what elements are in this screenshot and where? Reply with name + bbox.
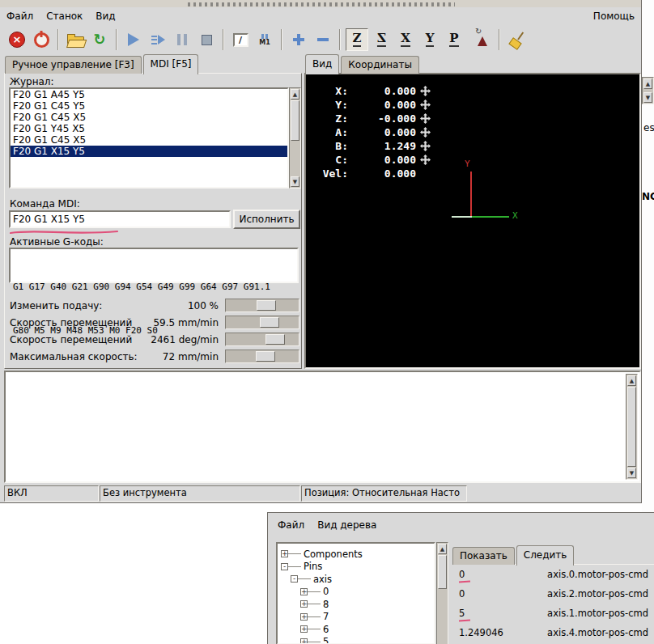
tree-expander[interactable]: +: [300, 600, 308, 608]
toolbar-separator: [499, 29, 500, 50]
scrollbar-up-icon[interactable]: ▲: [438, 544, 447, 554]
watch-pin-name: axis.0.motor-pos-cmd: [504, 569, 648, 580]
hal-tab-bar: Показать Следить: [452, 545, 575, 565]
menu-item[interactable]: Вид: [96, 11, 115, 22]
open-folder-icon: [67, 36, 84, 48]
menu-item[interactable]: Файл: [6, 11, 33, 22]
background-scrollbar: ▲ ▼: [642, 77, 654, 104]
preview-canvas[interactable]: X:0.000Y:0.000Z:-0.000A:0.000B:1.249C:0.…: [304, 73, 641, 369]
slider-value: 72 mm/min: [163, 351, 219, 362]
menu-item[interactable]: Вид дерева: [317, 519, 376, 531]
optional-stop-toggle[interactable]: M1: [253, 28, 276, 51]
optional-stop-label: M1: [259, 40, 270, 46]
clear-plot-button[interactable]: [505, 28, 528, 51]
message-scrollbar[interactable]: ▲ ▼: [626, 374, 638, 480]
axis-jog-icon: [420, 113, 431, 124]
slider-row: Скорость перемещений2461 deg/min: [5, 332, 301, 348]
stop-button[interactable]: [195, 28, 218, 51]
tree-expander[interactable]: +: [281, 550, 288, 557]
tree-connector: [308, 629, 321, 629]
tab-mdi[interactable]: MDI [F5]: [143, 54, 199, 74]
dro-axis-label: C:: [316, 154, 348, 166]
axis-x-label: X: [512, 210, 518, 221]
message-area[interactable]: ▲ ▼: [4, 371, 641, 483]
hal-tree-scrollbar[interactable]: ▲: [436, 542, 448, 644]
menu-item[interactable]: Файл: [278, 519, 304, 531]
scrollbar-down-icon[interactable]: ▼: [627, 468, 636, 478]
tree-row[interactable]: +5: [278, 636, 434, 644]
view-y-button[interactable]: Y: [418, 28, 441, 51]
slider-trough[interactable]: [225, 299, 299, 312]
menu-help[interactable]: Помощь: [593, 11, 635, 22]
view-x-button[interactable]: X: [394, 28, 417, 51]
dro-axis-label: Y:: [316, 99, 348, 111]
sliders: Изменить подачу:100 %Скорость перемещени…: [5, 74, 301, 368]
slider-trough[interactable]: [225, 316, 299, 329]
scrollbar-up-icon[interactable]: ▲: [627, 375, 636, 386]
tree-expander[interactable]: -: [281, 563, 288, 570]
estop-button[interactable]: ×: [6, 28, 28, 51]
slider-handle[interactable]: [257, 300, 276, 311]
zoom-in-button[interactable]: [287, 28, 310, 51]
pause-icon: [177, 34, 187, 45]
tree-expander[interactable]: +: [300, 638, 308, 644]
block-delete-toggle[interactable]: /: [229, 28, 252, 51]
open-file-button[interactable]: [64, 28, 87, 51]
step-button[interactable]: [147, 28, 169, 51]
tab-manual-control[interactable]: Ручное управление [F3]: [5, 56, 142, 74]
tree-expander[interactable]: +: [300, 625, 308, 633]
slider-trough[interactable]: [225, 333, 299, 346]
background-window-sliver: ▲ ▼ es NC: [642, 0, 654, 512]
tab-show[interactable]: Показать: [452, 547, 515, 565]
menu-item[interactable]: Станок: [46, 11, 83, 22]
view-p-button[interactable]: P: [443, 28, 465, 51]
slider-handle[interactable]: [260, 317, 279, 328]
rotate-view-button[interactable]: [471, 28, 494, 51]
reload-icon: ↻: [93, 32, 105, 47]
tree-item-label: 0: [323, 586, 329, 597]
tab-coordinates[interactable]: Координаты: [341, 56, 419, 74]
dro-value: 1.249: [348, 140, 416, 152]
dro-axis-label: B:: [316, 140, 348, 152]
tree-expander[interactable]: +: [300, 588, 308, 595]
tree-row[interactable]: -axis: [278, 573, 434, 586]
tab-watch[interactable]: Следить: [516, 545, 575, 566]
run-button[interactable]: [122, 28, 145, 51]
axis-x-line: [472, 216, 509, 218]
hal-tree-list[interactable]: +Components-Pins-axis+0+8+7+6+5: [276, 542, 435, 644]
tree-connector: [288, 566, 301, 567]
tree-connector: [288, 553, 301, 554]
view-z2-button[interactable]: Z: [370, 28, 393, 51]
tree-row[interactable]: +Components: [278, 548, 434, 561]
pause-button[interactable]: [171, 28, 193, 51]
status-tool: Без инструмента: [100, 485, 300, 502]
dro-row: A:0.000: [316, 125, 431, 139]
machine-power-button[interactable]: [30, 28, 53, 51]
scrollbar-up-icon: ▲: [643, 78, 652, 89]
zoom-out-button[interactable]: [312, 28, 334, 51]
slider-handle[interactable]: [256, 351, 275, 362]
scrollbar-thumb[interactable]: [438, 555, 447, 589]
tree-row[interactable]: +7: [278, 611, 434, 624]
scrollbar-thumb[interactable]: [627, 387, 636, 467]
desktop: { "window": { "menu": ["Файл", "Станок",…: [0, 0, 654, 644]
menubar: ФайлСтанокВид Помощь: [0, 7, 641, 24]
reload-button[interactable]: ↻: [88, 28, 111, 51]
slider-label: Скорость перемещений: [10, 334, 132, 345]
slider-handle[interactable]: [265, 334, 285, 345]
tree-row[interactable]: +6: [278, 623, 434, 636]
run-icon: [128, 33, 139, 46]
tab-preview[interactable]: Вид: [305, 54, 339, 74]
tree-row[interactable]: +8: [278, 598, 434, 611]
tree-expander[interactable]: +: [300, 613, 308, 621]
tree-row[interactable]: -Pins: [278, 561, 434, 574]
slider-trough[interactable]: [225, 350, 299, 363]
rotate-icon: [478, 36, 487, 46]
dro-row: B:1.249: [316, 139, 431, 153]
tree-row[interactable]: +0: [278, 586, 434, 599]
tree-expander[interactable]: -: [291, 575, 298, 583]
view-z-button[interactable]: Z: [346, 28, 368, 51]
dro-axis-label: X:: [316, 85, 348, 97]
optional-stop-icon: M1: [259, 34, 270, 46]
tree-item-label: 7: [323, 611, 329, 622]
